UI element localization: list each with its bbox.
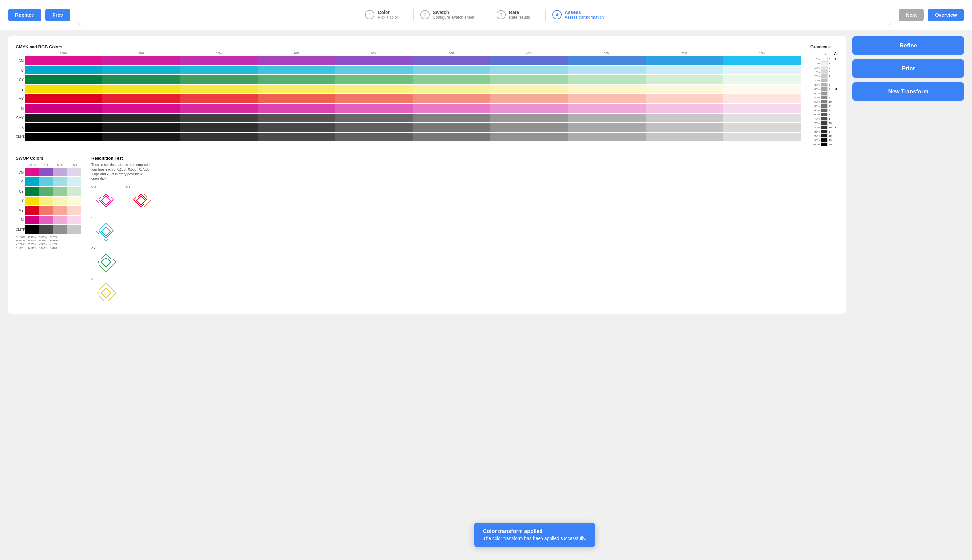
pct-20: 20%: [646, 52, 723, 55]
row-k: K: [16, 123, 801, 132]
cy-swatches: [25, 75, 801, 84]
divider-1: [413, 9, 414, 21]
res-row-2: C: [91, 216, 838, 244]
grayscale-section: Grayscale 0 A 0% 0 A 5% 1 10% 2 15%: [810, 44, 838, 147]
res-row-4: Y: [91, 278, 838, 306]
m-swatches: [25, 104, 801, 113]
my-swatches: [25, 95, 801, 103]
legend-col-3: C 50% M 39% Y 39% K 50%: [39, 235, 47, 249]
swop-m-swatches: [25, 215, 82, 224]
swop-cmyk-swatches: [25, 225, 82, 233]
swop-cm-swatches: [25, 168, 82, 177]
res-patches: CM: [91, 185, 838, 306]
pct-80: 80%: [180, 52, 258, 55]
swop-y: Y: [16, 197, 82, 205]
toast: Color transform applied The color transf…: [474, 523, 596, 547]
gray-row: 70% 14: [810, 117, 838, 121]
cmyk-rgb-section: CMYK and RGB Colors 100% 90% 80% 70% 60%…: [16, 44, 838, 147]
gray-row: 100% 20: [810, 142, 838, 146]
res-svg-c: [91, 220, 121, 243]
row-cmy: CMY: [16, 113, 801, 122]
cmyk-title: CMYK and RGB Colors: [16, 44, 801, 49]
row-y: Y: [16, 85, 801, 93]
legend-col-2: C 75% M 63% Y 63% K 75%: [28, 235, 36, 249]
step-2-subtitle: Configure swatch sheet: [433, 15, 474, 20]
new-transform-button[interactable]: New Transform: [852, 82, 964, 101]
cmyk-table: CMYK and RGB Colors 100% 90% 80% 70% 60%…: [16, 44, 801, 147]
prev-button[interactable]: Prev: [45, 9, 70, 21]
gray-row: 55% 11: [810, 104, 838, 108]
swop-c-swatches: [25, 177, 82, 186]
gray-header: 0 A: [810, 52, 838, 57]
pct-60: 60%: [335, 52, 413, 55]
step-4-title: Assess: [565, 10, 604, 15]
resolution-title: Resolution Test: [91, 156, 838, 161]
replace-button[interactable]: Replace: [8, 9, 41, 21]
step-2-circle: 2: [420, 10, 430, 19]
pct-40: 40%: [490, 52, 568, 55]
y-swatches: [25, 85, 801, 93]
row-my: MY: [16, 95, 801, 103]
gray-row: 65% 13: [810, 113, 838, 117]
swop-cmyk: CMYK: [16, 225, 82, 233]
divider-2: [490, 9, 490, 21]
cmy-swatches: [25, 113, 801, 122]
main-content: CMYK and RGB Colors 100% 90% 80% 70% 60%…: [0, 30, 972, 320]
swop-title: SWOP Colors: [16, 156, 82, 161]
gray-row: 35% 7 M: [810, 87, 838, 91]
swop-cy: CY: [16, 187, 82, 195]
cm-swatches: [25, 57, 801, 65]
gray-row: 15% 3: [810, 70, 838, 74]
gray-row: 50% 10: [810, 100, 838, 104]
right-panel: Refine Print New Transform: [852, 37, 964, 313]
refine-button[interactable]: Refine: [852, 37, 964, 55]
pct-10: 10%: [723, 52, 801, 55]
step-2-title: Swatch: [433, 10, 474, 15]
step-4-subtitle: Assess transformation: [565, 15, 604, 20]
step-4-text: Assess Assess transformation: [565, 10, 604, 20]
pct-70: 70%: [258, 52, 335, 55]
resolution-desc: These resolution patches are composed of…: [91, 163, 157, 181]
gray-row: 90% 18: [810, 134, 838, 138]
step-4[interactable]: 4 Assess Assess transformation: [547, 8, 609, 21]
step-3-subtitle: Rate results: [509, 15, 530, 20]
gray-row: 85% 17: [810, 130, 838, 133]
res-patch-y: Y: [91, 278, 121, 306]
gray-row: 25% 5: [810, 78, 838, 82]
next-button[interactable]: Next: [899, 9, 924, 21]
step-1-subtitle: Pick a color: [378, 15, 398, 20]
pct-30: 30%: [568, 52, 645, 55]
swatch-panel: CMYK and RGB Colors 100% 90% 80% 70% 60%…: [8, 37, 846, 313]
overview-button[interactable]: Overview: [928, 9, 964, 21]
swop-y-swatches: [25, 197, 82, 205]
swop-section: SWOP Colors 100% 75% 50% 25% CM: [16, 156, 838, 306]
step-2-text: Swatch Configure swatch sheet: [433, 10, 474, 20]
swop-m: M: [16, 215, 82, 224]
step-1[interactable]: 1 Color Pick a color: [360, 8, 412, 22]
swop-my-swatches: [25, 206, 82, 215]
res-svg-y: [91, 282, 121, 305]
print-button[interactable]: Print: [852, 59, 964, 78]
toast-title: Color transform applied: [483, 528, 586, 534]
res-svg-my: [126, 189, 156, 212]
swop-legend: C 100% M 100% Y 100% K 75% C 75% M 63% Y…: [16, 235, 82, 249]
res-patch-cy: CY: [91, 247, 121, 275]
step-3-text: Rate Rate results: [509, 10, 530, 20]
gray-row: 95% 19: [810, 138, 838, 142]
legend-col-1: C 100% M 100% Y 100% K 75%: [16, 235, 25, 249]
cmyk-percentages: 100% 90% 80% 70% 60% 50% 40% 30% 20% 10%: [16, 52, 801, 55]
res-patch-c: C: [91, 216, 121, 244]
step-3-title: Rate: [509, 10, 530, 15]
row-cy: CY: [16, 75, 801, 84]
row-cm: CM: [16, 57, 801, 65]
res-svg-cy: [91, 251, 121, 273]
step-3[interactable]: 3 Rate Rate results: [491, 8, 544, 22]
step-1-text: Color Pick a color: [378, 10, 398, 20]
steps-container: 1 Color Pick a color 2 Swatch Configure …: [78, 5, 891, 25]
swop-cy-swatches: [25, 187, 82, 195]
row-cmyk: CMYK: [16, 133, 801, 141]
row-m: M: [16, 104, 801, 113]
resolution-section: Resolution Test These resolution patches…: [91, 156, 838, 306]
step-2[interactable]: 2 Swatch Configure swatch sheet: [415, 8, 488, 22]
gray-row: 60% 12: [810, 108, 838, 112]
